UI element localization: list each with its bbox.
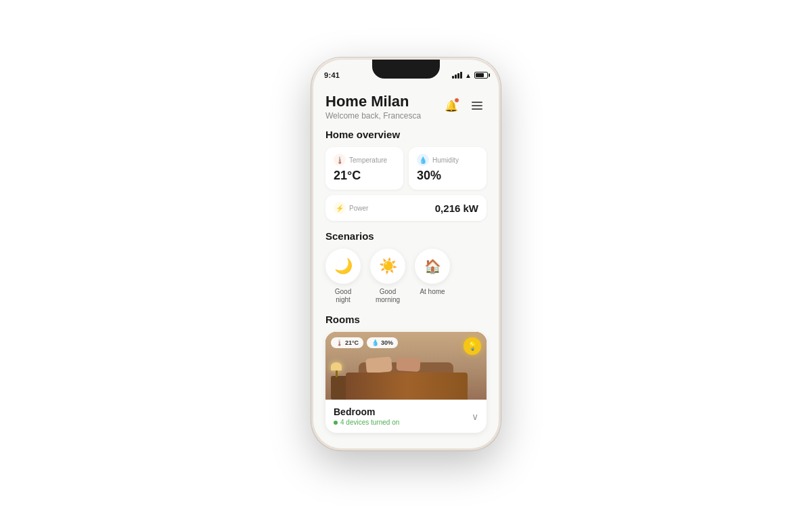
scene: 9:41 ▲ bbox=[0, 0, 812, 508]
phone-screen: 9:41 ▲ bbox=[313, 60, 499, 448]
menu-button[interactable] bbox=[468, 96, 487, 115]
device-dot bbox=[334, 421, 338, 425]
scroll-area: Home Milan Welcome back, Francesca 🔔 bbox=[313, 88, 499, 448]
temperature-value: 21°C bbox=[334, 169, 395, 183]
phone-frame: 9:41 ▲ bbox=[311, 58, 501, 450]
droplet-icon: 💧 bbox=[417, 154, 429, 166]
badge-hum-icon: 💧 bbox=[371, 339, 379, 346]
good-night-label: Goodnight bbox=[335, 288, 351, 304]
power-label: Power bbox=[349, 205, 368, 212]
temperature-card: 🌡️ Temperature 21°C bbox=[325, 147, 403, 190]
bed-pillow-1 bbox=[365, 357, 392, 374]
bedroom-image: 🌡️ 21°C 💧 30% 💡 bbox=[325, 332, 487, 400]
good-morning-icon: ☀️ bbox=[370, 249, 405, 284]
app-subtitle: Welcome back, Francesca bbox=[325, 111, 421, 121]
bed-pillow-2 bbox=[397, 357, 421, 372]
humidity-badge: 💧 30% bbox=[367, 337, 398, 348]
bolt-icon: ⚡ bbox=[334, 202, 346, 214]
app-content: Home Milan Welcome back, Francesca 🔔 bbox=[313, 60, 499, 448]
battery-icon bbox=[474, 72, 488, 79]
good-night-icon: 🌙 bbox=[325, 249, 361, 284]
scenario-good-morning[interactable]: ☀️ Goodmorning bbox=[370, 249, 405, 304]
app-header: Home Milan Welcome back, Francesca 🔔 bbox=[325, 88, 487, 129]
scenarios-section: Scenarios 🌙 Goodnight ☀️ Goodmorning bbox=[325, 230, 487, 304]
at-home-icon: 🏠 bbox=[415, 249, 450, 284]
room-details: Bedroom 4 devices turned on bbox=[334, 406, 399, 426]
badge-hum-value: 30% bbox=[381, 339, 393, 346]
humidity-card: 💧 Humidity 30% bbox=[409, 147, 487, 190]
power-value: 0,216 kW bbox=[435, 203, 478, 214]
light-on-badge[interactable]: 💡 bbox=[464, 337, 481, 355]
header-actions: 🔔 bbox=[442, 96, 487, 115]
scenario-good-night[interactable]: 🌙 Goodnight bbox=[325, 249, 361, 304]
humidity-label: Humidity bbox=[432, 156, 459, 164]
room-devices: 4 devices turned on bbox=[334, 419, 399, 426]
good-morning-label: Goodmorning bbox=[376, 288, 400, 304]
bed-blanket bbox=[346, 373, 468, 400]
temperature-badge: 🌡️ 21°C bbox=[331, 337, 363, 348]
scenario-at-home[interactable]: 🏠 At home bbox=[415, 249, 450, 304]
notification-badge bbox=[454, 98, 459, 103]
phone-device: 9:41 ▲ bbox=[311, 58, 501, 450]
badge-temp-value: 21°C bbox=[345, 339, 359, 346]
overview-section-title: Home overview bbox=[325, 129, 487, 140]
wifi-icon: ▲ bbox=[465, 72, 472, 79]
app-title: Home Milan bbox=[325, 93, 421, 110]
phone-notch bbox=[372, 60, 440, 79]
at-home-label: At home bbox=[420, 288, 445, 296]
room-name: Bedroom bbox=[334, 406, 399, 417]
room-info: Bedroom 4 devices turned on ∨ bbox=[325, 400, 487, 433]
battery-fill bbox=[476, 73, 484, 77]
device-count: 4 devices turned on bbox=[340, 419, 399, 426]
hamburger-icon bbox=[472, 102, 482, 110]
power-card: ⚡ Power 0,216 kW bbox=[325, 195, 487, 221]
scenarios-section-title: Scenarios bbox=[325, 230, 487, 242]
header-text: Home Milan Welcome back, Francesca bbox=[325, 93, 421, 121]
status-icons: ▲ bbox=[452, 72, 488, 79]
temperature-label: Temperature bbox=[349, 156, 387, 164]
status-time: 9:41 bbox=[324, 71, 340, 79]
overview-grid: 🌡️ Temperature 21°C 💧 Humidity bbox=[325, 147, 487, 190]
scenarios-row: 🌙 Goodnight ☀️ Goodmorning 🏠 At home bbox=[325, 249, 487, 304]
signal-icon bbox=[452, 72, 462, 79]
thermometer-icon: 🌡️ bbox=[334, 154, 346, 166]
badge-temp-icon: 🌡️ bbox=[336, 339, 343, 346]
humidity-value: 30% bbox=[417, 169, 478, 183]
rooms-section-title: Rooms bbox=[325, 314, 487, 325]
lamp bbox=[332, 362, 340, 376]
room-badges: 🌡️ 21°C 💧 30% bbox=[331, 337, 398, 348]
rooms-section: Rooms bbox=[325, 314, 487, 433]
notification-button[interactable]: 🔔 bbox=[442, 96, 461, 115]
expand-room-button[interactable]: ∨ bbox=[472, 411, 478, 422]
bedroom-card: 🌡️ 21°C 💧 30% 💡 bbox=[325, 332, 487, 433]
